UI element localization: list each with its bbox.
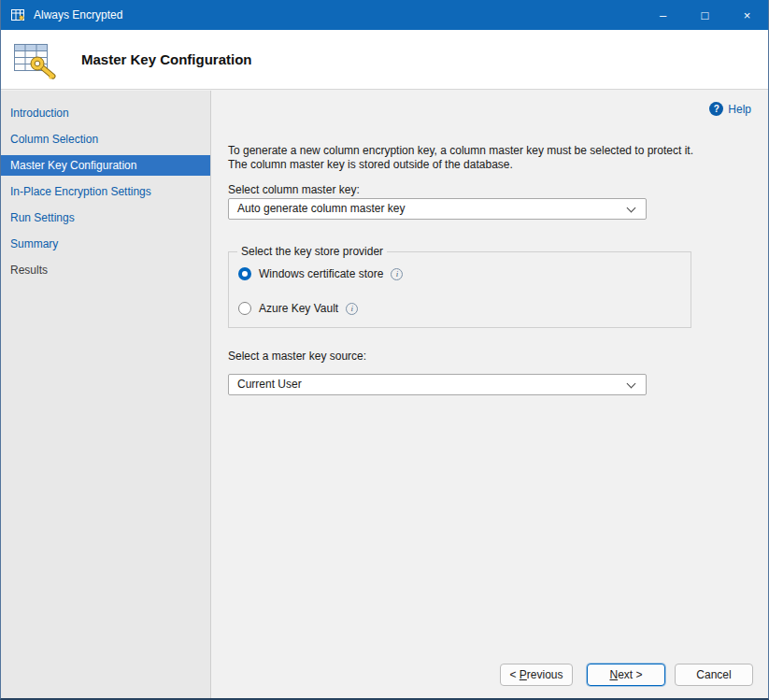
table-key-icon [12,38,57,81]
column-master-key-combobox[interactable]: Auto generate column master key [228,198,647,220]
previous-label-accesskey: P [520,668,527,681]
sidebar-item-column-selection[interactable]: Column Selection [1,129,210,150]
master-key-source-label: Select a master key source: [228,350,366,363]
chevron-down-icon [627,204,636,213]
radio-windows-certificate-store-label: Windows certificate store [259,267,383,280]
column-master-key-label: Select column master key: [228,183,360,196]
key-store-provider-groupbox: Select the key store provider Windows ce… [228,251,691,328]
radio-unselected-icon [238,302,251,315]
chevron-down-icon [627,379,636,389]
previous-button[interactable]: < Previous [500,664,573,686]
maximize-button[interactable]: □ [684,0,726,30]
page-title: Master Key Configuration [81,51,252,67]
next-label-post: ext > [618,668,642,681]
minimize-icon: – [660,8,666,22]
next-button[interactable]: Next > [587,664,665,686]
close-icon: × [744,8,751,22]
help-link[interactable]: ? Help [709,102,751,116]
radio-windows-certificate-store[interactable]: Windows certificate store i [238,267,403,280]
help-label: Help [728,103,751,116]
sidebar-item-results: Results [1,260,210,280]
always-encrypted-app-icon [10,7,25,22]
key-store-provider-group-title: Select the key store provider [237,245,387,258]
column-master-key-value: Auto generate column master key [237,202,405,215]
title-bar: Always Encrypted – □ × [1,0,768,30]
previous-label-post: revious [527,668,563,681]
sidebar-item-summary[interactable]: Summary [1,234,210,254]
next-button-label: Next > [609,668,642,681]
info-icon[interactable]: i [346,303,358,315]
sidebar-item-in-place-encryption-settings[interactable]: In-Place Encryption Settings [1,181,210,202]
window-controls: – □ × [642,0,768,30]
cancel-button[interactable]: Cancel [675,664,753,686]
maximize-icon: □ [702,8,709,22]
help-icon: ? [709,102,723,116]
main-content: ? Help To generate a new column encrypti… [212,91,768,698]
wizard-header: Master Key Configuration [1,30,768,90]
minimize-button[interactable]: – [642,0,684,30]
sidebar-item-run-settings[interactable]: Run Settings [1,207,210,228]
cancel-button-label: Cancel [696,668,731,681]
master-key-source-value: Current User [237,378,302,391]
next-label-accesskey: N [609,668,618,681]
radio-selected-icon [238,267,251,280]
previous-label-pre: < [509,668,519,681]
info-icon[interactable]: i [391,268,403,280]
previous-button-label: < Previous [509,668,563,681]
radio-azure-key-vault[interactable]: Azure Key Vault i [238,302,358,315]
intro-text: To generate a new column encryption key,… [228,144,700,172]
sidebar-item-introduction[interactable]: Introduction [1,103,210,123]
master-key-source-combobox[interactable]: Current User [228,374,647,395]
wizard-steps-sidebar: Introduction Column Selection Master Key… [1,91,211,698]
close-button[interactable]: × [726,0,768,30]
sidebar-item-master-key-configuration[interactable]: Master Key Configuration [1,155,210,176]
always-encrypted-window: Always Encrypted – □ × [0,0,769,700]
window-title: Always Encrypted [34,8,122,21]
radio-azure-key-vault-label: Azure Key Vault [259,302,338,315]
